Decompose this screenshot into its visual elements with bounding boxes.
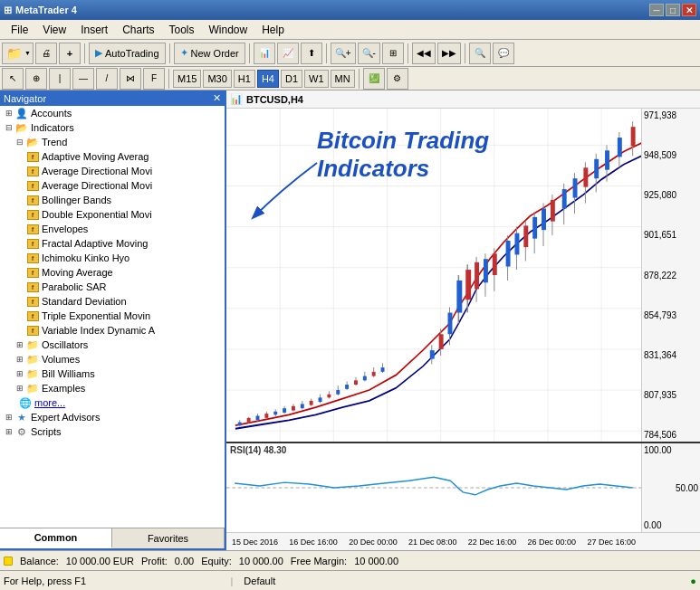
profit-value: 0.00 [175, 556, 194, 566]
svg-rect-37 [327, 395, 331, 398]
timeframe-bar: ↖ ⊕ | — / ⋈ F M15 M30 H1 H4 D1 W1 MN 💹 ⚙ [0, 67, 700, 90]
minimize-button[interactable]: ─ [649, 4, 664, 16]
menu-view[interactable]: View [35, 22, 73, 38]
new-order-button[interactable]: ✦ New Order [174, 43, 245, 64]
svg-rect-23 [264, 414, 268, 418]
navigator-close-button[interactable]: ✕ [213, 92, 221, 104]
tf-mn[interactable]: MN [331, 70, 355, 88]
cursor-tool[interactable]: ↖ [2, 68, 24, 90]
rsi-label: RSI(14) 48.30 [230, 445, 286, 455]
chart-btn2[interactable]: 📈 [277, 43, 299, 64]
props-btn[interactable]: ⊞ [382, 43, 404, 64]
search-btn[interactable]: 🔍 [469, 43, 491, 64]
price-3: 925,080 [644, 190, 698, 200]
nav-bollinger[interactable]: f Bollinger Bands [0, 193, 225, 207]
chart-btn1[interactable]: 📊 [254, 43, 275, 64]
maximize-button[interactable]: □ [666, 4, 680, 16]
navigator-tree[interactable]: ⊞ 👤 Accounts ⊟ 📂 Indicators ⊟ 📂 Trend [0, 106, 225, 528]
svg-rect-91 [631, 127, 636, 146]
nav-frama[interactable]: f Fractal Adaptive Moving [0, 236, 225, 251]
indicators-toggle[interactable]: ⊟ [4, 123, 14, 132]
toolbar-btn-3[interactable]: + [59, 43, 81, 64]
menu-file[interactable]: File [4, 22, 35, 38]
nav-scripts[interactable]: ⊞ ⚙ Scripts [0, 424, 225, 439]
menu-charts[interactable]: Charts [115, 22, 161, 38]
nav-adm2[interactable]: f Average Directional Movi [0, 178, 225, 193]
oscillators-toggle[interactable]: ⊞ [14, 340, 25, 349]
examples-toggle[interactable]: ⊞ [14, 384, 25, 393]
indi-config-btn[interactable]: ⚙ [387, 68, 408, 90]
indicator-icon-ma: f [25, 266, 40, 279]
chat-btn[interactable]: 💬 [493, 43, 514, 64]
help-text: For Help, press F1 [4, 576, 227, 586]
tf-h4[interactable]: H4 [257, 70, 279, 88]
nav-oscillators[interactable]: ⊞ 📁 Oscillators [0, 338, 225, 352]
nav-indicators[interactable]: ⊟ 📂 Indicators [0, 120, 225, 135]
tf-w1[interactable]: W1 [304, 70, 329, 88]
ea-label: Expert Advisors [31, 412, 100, 423]
ea-toggle[interactable]: ⊞ [4, 413, 14, 422]
indicator-add-btn[interactable]: 💹 [363, 68, 385, 90]
nav-envelopes[interactable]: f Envelopes [0, 222, 225, 236]
nav-trend[interactable]: ⊟ 📂 Trend [0, 135, 225, 149]
text-tool[interactable]: F [143, 68, 165, 90]
tf-m15[interactable]: M15 [173, 70, 201, 88]
volumes-toggle[interactable]: ⊞ [14, 355, 25, 364]
tema-label: Triple Exponential Movin [42, 310, 150, 321]
file-toolbar-btn[interactable]: 📁 [2, 43, 34, 64]
print-btn[interactable]: 🖨 [35, 43, 57, 64]
trend-label: Trend [42, 137, 67, 148]
default-text: Default [236, 576, 690, 586]
tab-common[interactable]: Common [0, 528, 112, 548]
accounts-toggle[interactable]: ⊞ [4, 109, 14, 118]
line-tool[interactable]: | [49, 68, 71, 90]
trend-toggle[interactable]: ⊟ [14, 138, 25, 147]
sep4 [326, 43, 327, 63]
menu-window[interactable]: Window [202, 22, 255, 38]
scripts-toggle[interactable]: ⊞ [4, 427, 14, 436]
balance-label: Balance: [20, 556, 59, 566]
nav-dema[interactable]: f Double Exponential Movi [0, 207, 225, 222]
tf-m30[interactable]: M30 [203, 70, 231, 88]
volumes-folder-icon: 📁 [25, 353, 40, 366]
draw-tool[interactable]: / [96, 68, 118, 90]
nav-tema[interactable]: f Triple Exponential Movin [0, 309, 225, 323]
nav-left-btn[interactable]: ◀◀ [412, 43, 436, 64]
nav-vida[interactable]: f Variable Index Dynamic A [0, 323, 225, 338]
tf-h1[interactable]: H1 [234, 70, 255, 88]
bill-williams-label: Bill Williams [42, 368, 95, 379]
hline-tool[interactable]: — [72, 68, 94, 90]
menu-help[interactable]: Help [254, 22, 292, 38]
chart-main[interactable]: Bitcoin Trading Indicators [226, 109, 673, 442]
menu-insert[interactable]: Insert [73, 22, 115, 38]
nav-bill-williams[interactable]: ⊞ 📁 Bill Williams [0, 366, 225, 381]
chart-btn3[interactable]: ⬆ [301, 43, 322, 64]
nav-stddev[interactable]: f Standard Deviation [0, 294, 225, 309]
fib-tool[interactable]: ⋈ [120, 68, 141, 90]
rsi-price-axis: 100.00 50.00 0.00 [641, 443, 700, 532]
bill-williams-toggle[interactable]: ⊞ [14, 369, 25, 378]
frama-label: Fractal Adaptive Moving [42, 238, 148, 249]
close-button[interactable]: ✕ [682, 4, 696, 16]
dema-label: Double Exponential Movi [42, 209, 152, 220]
nav-adm[interactable]: f Average Directional Movi [0, 164, 225, 178]
zoom-out-btn[interactable]: 🔍- [358, 43, 380, 64]
title-bar-controls[interactable]: ─ □ ✕ [649, 4, 696, 16]
nav-volumes[interactable]: ⊞ 📁 Volumes [0, 352, 225, 366]
nav-more[interactable]: 🌐 more... [0, 395, 225, 410]
nav-psar[interactable]: f Parabolic SAR [0, 280, 225, 294]
crosshair-tool[interactable]: ⊕ [25, 68, 47, 90]
nav-accounts[interactable]: ⊞ 👤 Accounts [0, 106, 225, 120]
nav-adaptive-ma[interactable]: f Adaptive Moving Averag [0, 149, 225, 164]
sep5 [408, 43, 408, 63]
nav-ichimoku[interactable]: f Ichimoku Kinko Hyo [0, 251, 225, 265]
zoom-in-btn[interactable]: 🔍+ [331, 43, 356, 64]
tab-favorites[interactable]: Favorites [112, 528, 225, 548]
nav-right-btn[interactable]: ▶▶ [437, 43, 461, 64]
tf-d1[interactable]: D1 [281, 70, 302, 88]
nav-examples[interactable]: ⊞ 📁 Examples [0, 381, 225, 395]
nav-ma[interactable]: f Moving Average [0, 265, 225, 280]
autotrading-button[interactable]: ▶ AutoTrading [89, 43, 166, 64]
menu-tools[interactable]: Tools [162, 22, 202, 38]
nav-expert-advisors[interactable]: ⊞ ★ Expert Advisors [0, 410, 225, 424]
